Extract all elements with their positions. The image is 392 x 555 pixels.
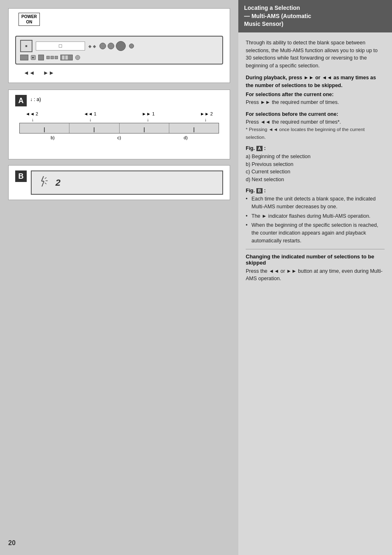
device-circles bbox=[99, 41, 126, 51]
fig-b-bullet-list: Each time the unit detects a blank space… bbox=[246, 195, 385, 245]
timeline-segments bbox=[19, 123, 219, 134]
during-playback-bold: During playback, press ►► or ◄◄ as many … bbox=[246, 74, 385, 90]
fig-a-item-a: a) Beginning of the selection bbox=[246, 153, 385, 161]
timeline: ◄◄ 2 ◄◄ 1 ►► 1 ►► 2 ↓ ↓ ↓ ↓ bbox=[19, 111, 219, 152]
section-a-box: A ↓ : a) ◄◄ 2 ◄◄ 1 ►► 1 ►► 2 ↓ ↓ ↓ ↓ bbox=[8, 90, 230, 159]
section-a-letter: A bbox=[15, 95, 27, 106]
label-b: b) bbox=[51, 135, 55, 140]
fig-b-bullet-1: Each time the unit detects a blank space… bbox=[246, 195, 385, 211]
label-fwd1: ►► 1 bbox=[142, 111, 154, 116]
power-label: POWER ON bbox=[18, 13, 40, 26]
svg-line-2 bbox=[42, 181, 44, 187]
fig-a-box: A bbox=[256, 146, 263, 151]
fig-a-list: a) Beginning of the selection b) Previou… bbox=[246, 153, 385, 184]
for-after-label: For selections after the current one: Pr… bbox=[246, 91, 385, 106]
flash-icon bbox=[37, 175, 50, 190]
label-rev2: ◄◄ 2 bbox=[25, 111, 38, 116]
device-controls: ▸ bbox=[20, 55, 218, 60]
section-a-header: A ↓ : a) bbox=[15, 95, 223, 106]
device-body: ■ ◆ ◆ ▸ bbox=[15, 36, 223, 64]
footnote-text: * Pressing ◄◄ once locates the beginning… bbox=[246, 127, 364, 140]
section-b-number: 2 bbox=[55, 177, 60, 188]
svg-line-0 bbox=[42, 176, 44, 181]
section-b-display: 2 bbox=[31, 170, 223, 195]
header-box: Locating a Selection — Multi-AMS (Automa… bbox=[238, 0, 392, 32]
fig-a-item-d: d) Next selection bbox=[246, 176, 385, 184]
page-number: 20 bbox=[8, 539, 16, 547]
fig-a-item-c: c) Current selection bbox=[246, 168, 385, 176]
device-illustration: POWER ON ■ ◆ ◆ bbox=[8, 8, 230, 83]
fig-a-label: Fig. A : bbox=[246, 145, 385, 151]
for-before-text: Press ◄◄ the required number of times*. bbox=[246, 119, 341, 125]
circle-btn-1 bbox=[99, 43, 106, 49]
changing-header: Changing the indicated number of selecti… bbox=[246, 253, 385, 266]
fig-b-bullet-2: The ► indicator flashes during Multi-AMS… bbox=[246, 212, 385, 220]
header-title-line3: Music Sensor) bbox=[244, 21, 284, 27]
label-c: c) bbox=[117, 135, 121, 140]
right-content: Through its ability to detect the blank … bbox=[238, 32, 392, 293]
label-fwd2: ►► 2 bbox=[200, 111, 213, 116]
timeline-arrows: ↓ ↓ ↓ ↓ bbox=[19, 117, 219, 122]
for-after-section-label: For selections after the current one: bbox=[246, 92, 334, 97]
changing-text: Press the ◄◄ or ►► button at any time, e… bbox=[246, 267, 385, 283]
rewind-btn: ◄◄ bbox=[23, 69, 35, 76]
circle-btn-2 bbox=[108, 43, 114, 49]
svg-line-3 bbox=[45, 177, 46, 179]
label-d: d) bbox=[184, 135, 188, 140]
for-before-block: For selections before the current one: P… bbox=[246, 111, 385, 141]
right-panel: Locating a Selection — Multi-AMS (Automa… bbox=[238, 0, 392, 555]
ffwd-btn: ►► bbox=[43, 69, 55, 76]
circle-btn-large bbox=[116, 41, 126, 51]
left-panel: POWER ON ■ ◆ ◆ bbox=[0, 0, 238, 555]
for-before-section-label: For selections before the current one: bbox=[246, 111, 338, 117]
section-b-letter: B bbox=[15, 170, 27, 182]
svg-line-5 bbox=[45, 183, 46, 184]
fig-b-label: Fig. B : bbox=[246, 188, 385, 193]
timeline-top-labels: ◄◄ 2 ◄◄ 1 ►► 1 ►► 2 bbox=[19, 111, 219, 116]
for-after-text: Press ►► the required number of times. bbox=[246, 99, 339, 105]
section-divider bbox=[246, 249, 385, 249]
header-title-line2: — Multi-AMS (Automatic bbox=[244, 13, 311, 19]
transport-row: ◄◄ ►► bbox=[15, 69, 223, 76]
circle-btn-small bbox=[129, 44, 134, 48]
timeline-bottom-labels: b) c) d) bbox=[19, 135, 219, 140]
section-a-note: ↓ : a) bbox=[30, 97, 41, 102]
fig-b-box: B bbox=[256, 188, 263, 193]
fig-a-item-b: b) Previous selection bbox=[246, 161, 385, 168]
intro-paragraph: Through its ability to detect the blank … bbox=[246, 39, 385, 70]
header-title: Locating a Selection bbox=[244, 5, 300, 11]
label-rev1: ◄◄ 1 bbox=[84, 111, 97, 116]
fig-b-bullet-3: When the beginning of the specific selec… bbox=[246, 221, 385, 244]
section-b-box: B 2 bbox=[8, 165, 230, 200]
device-display bbox=[36, 41, 85, 51]
